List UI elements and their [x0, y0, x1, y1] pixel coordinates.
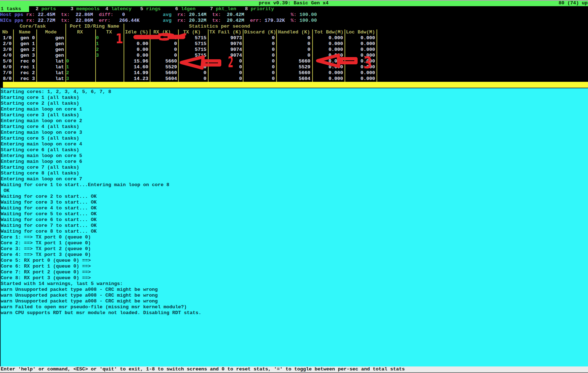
cell-mode: lat: [55, 59, 64, 64]
cell-rxk: 0: [174, 35, 177, 41]
cell-discard: 0: [272, 76, 275, 82]
log-line: Waiting for core 7 to start... OK: [1, 223, 97, 229]
log-line: Starting core 4 (all tasks): [1, 124, 79, 130]
log-line: Core 4: ==> TX port 3 (queue 0): [1, 252, 91, 258]
table-column-separator: [150, 29, 150, 83]
cell-nb: 8/0: [3, 76, 12, 82]
cell-tot: 0.000: [329, 64, 343, 70]
nics-pps-row-segment: avg: [163, 18, 172, 24]
cell-rx: 3: [66, 76, 69, 82]
cell-txk: 5715: [195, 35, 206, 41]
log-line: Entering main loop on core 3: [1, 130, 82, 136]
tab-number: 5: [140, 6, 143, 12]
cell-txfail: 0: [239, 59, 242, 64]
cell-loc: 0.000: [361, 35, 375, 41]
table-column-separator: [178, 29, 179, 83]
table-group-separator: [65, 24, 66, 29]
tab-number: 1: [1, 6, 4, 12]
cell-tot: 0.000: [329, 59, 343, 64]
log-line: warn Unsupported packet type a008 - CRC …: [1, 298, 158, 304]
cell-rxk: 5660: [165, 70, 177, 76]
cell-tot: 0.000: [329, 35, 343, 41]
cell-txfail: 9074: [230, 47, 242, 53]
cell-mode: gen: [55, 41, 64, 47]
log-line: Core 5: RX port 0 (queue 0) ==>: [1, 258, 91, 264]
host-pps-row-segment: 20.14M: [189, 12, 206, 18]
host-pps-row-segment: Host pps: [0, 12, 23, 18]
cell-rxk: 0: [174, 47, 177, 53]
log-line: Entering main loop on core 7: [1, 176, 82, 182]
nics-pps-row-segment: err:: [99, 18, 110, 24]
app-title: prox v0.39: Basic Gen x4: [259, 0, 329, 6]
host-pps-row-segment: avg: [163, 12, 172, 18]
log-line: Starting cores: 1, 2, 3, 4, 5, 6, 7, 8: [1, 89, 111, 95]
log-line: Core 7: RX port 2 (queue 0) ==>: [1, 269, 91, 275]
log-line: Entering main loop on core 1: [1, 107, 82, 112]
annotation-arrow-stroke: [160, 40, 168, 40]
cell-name: gen 2: [20, 47, 35, 53]
tab-label: latency: [108, 6, 132, 12]
command-help-bar[interactable]: Enter 'help' or command, <ESC> or 'quit'…: [0, 366, 588, 373]
title-bar: prox v0.39: Basic Gen x4 80 (74) up: [0, 1, 588, 6]
cell-txfail: 0: [239, 70, 242, 76]
column-header-nb: Nb: [2, 29, 8, 35]
tab-3-mempools[interactable]: 3 mempools: [71, 6, 100, 12]
tab-2-ports[interactable]: 2 ports: [36, 6, 56, 12]
log-line: Starting core 3 (all tasks): [1, 112, 79, 118]
host-pps-row-segment: 100.00: [299, 12, 317, 18]
cell-txfail: 9076: [230, 41, 242, 47]
tab-7-pkt_len[interactable]: 7 pkt_len: [210, 6, 236, 12]
cell-tot: 0.000: [329, 47, 343, 53]
column-header-discard: Discard (K): [244, 29, 276, 35]
title-uptime: 80 (74) up: [559, 0, 588, 6]
cell-tot: 0.000: [329, 70, 343, 76]
tab-6-l4gen[interactable]: 6 l4gen: [175, 6, 196, 12]
cell-handled: 5660: [299, 59, 310, 64]
command-help-text: Enter 'help' or command, <ESC> or 'quit'…: [1, 366, 405, 372]
tab-label: pkt_len: [213, 6, 236, 12]
column-header-tx: TX: [106, 29, 112, 35]
nics-pps-row-segment: rx:: [26, 18, 35, 24]
host-pps-row-segment: tx:: [212, 12, 221, 18]
log-line: Entering main loop on core 6: [1, 159, 82, 165]
cell-nb: 6/0: [3, 64, 12, 70]
cell-idle: 14.99: [134, 70, 148, 76]
nics-pps-row-segment: 20.42M: [227, 18, 244, 24]
cell-loc: 0.000: [361, 41, 375, 47]
cell-rxk: 0: [174, 53, 177, 59]
annotation-arrow-hole: [162, 36, 168, 38]
column-header-rx: RX: [77, 29, 83, 35]
log-line: Core 8: RX port 3 (queue 0) ==>: [1, 275, 91, 281]
tab-1-tasks[interactable]: 1 tasks: [0, 6, 29, 12]
table-column-separator: [208, 29, 209, 83]
cell-discard: 0: [272, 41, 275, 47]
tab-8-priority[interactable]: 8 priority: [245, 6, 274, 12]
log-line: Entering main loop on core 2: [1, 118, 82, 124]
tab-4-latency[interactable]: 4 latency: [105, 6, 132, 12]
cell-loc: 0.000: [361, 47, 375, 53]
log-line: Entering main loop on core 4: [1, 141, 82, 147]
cell-rxk: 5529: [165, 64, 177, 70]
cell-name: rec 3: [20, 76, 35, 82]
cell-tx: 0: [96, 35, 99, 41]
column-header-tot: Tot Bdw(M): [314, 29, 343, 35]
cell-nb: 2/0: [3, 41, 12, 47]
tab-5-rings[interactable]: 5 rings: [140, 6, 161, 12]
log-line: warn CPU supports RDT but msr module not…: [1, 310, 201, 316]
cell-mode: lat: [55, 64, 64, 70]
column-header-name: Name: [19, 29, 31, 35]
cell-idle: 0.00: [137, 53, 148, 59]
cell-txfail: 0: [239, 76, 242, 82]
host-pps-row-segment: rx:: [26, 12, 35, 18]
cell-name: gen 1: [20, 41, 35, 47]
log-line: warn Failed to open msr pseudo-file (mis…: [1, 304, 187, 310]
terminal-screen[interactable]: prox v0.39: Basic Gen x4 80 (74) up 1 ta…: [0, 0, 588, 373]
cell-discard: 0: [272, 70, 275, 76]
host-pps-row-segment: %:: [291, 12, 297, 18]
host-pps-row-segment: 0: [122, 12, 125, 18]
tab-label: tasks: [4, 6, 21, 12]
cell-rx: 1: [66, 64, 69, 70]
cell-idle: 0.00: [137, 35, 148, 41]
nics-pps-row-segment: 22.72M: [38, 18, 55, 24]
log-line: Entering main loop on core 5: [1, 153, 82, 159]
